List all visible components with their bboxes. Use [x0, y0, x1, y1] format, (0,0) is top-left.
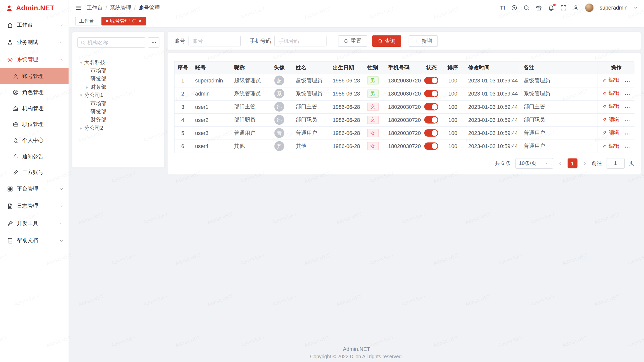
tree-node[interactable]: 研发部: [77, 75, 159, 83]
user-avatar[interactable]: [585, 3, 594, 12]
row-more-button[interactable]: [624, 105, 630, 111]
cell-nickname: 部门主管: [234, 103, 256, 109]
tree-node[interactable]: ▾分公司1: [77, 91, 159, 99]
reset-button[interactable]: 重置: [338, 35, 367, 47]
status-toggle[interactable]: [424, 129, 438, 137]
status-toggle[interactable]: [424, 77, 438, 84]
sidebar-item-third-party-account[interactable]: 三方账号: [0, 164, 69, 180]
notification-bell[interactable]: [548, 4, 554, 11]
edit-button[interactable]: 编辑: [602, 90, 619, 97]
edit-button[interactable]: 编辑: [602, 142, 619, 150]
app-logo[interactable]: Admin.NET: [0, 0, 69, 16]
sidebar-item-personal-center[interactable]: 个人中心: [0, 132, 69, 148]
status-toggle[interactable]: [424, 143, 438, 150]
tree-node[interactable]: ▸分公司2: [77, 124, 159, 132]
edit-icon: [602, 104, 607, 109]
tab-close-icon[interactable]: [138, 19, 142, 23]
row-more-button[interactable]: [624, 118, 630, 124]
cell-sort: 100: [448, 143, 457, 149]
tab-workbench[interactable]: 工作台: [75, 17, 98, 25]
fullscreen-icon[interactable]: [560, 4, 567, 11]
notification-badge: [553, 4, 556, 6]
user-icon[interactable]: [573, 4, 579, 11]
edit-button[interactable]: 编辑: [602, 129, 619, 136]
font-size-icon[interactable]: Tt: [500, 5, 505, 11]
cell-phone: 18020030720: [388, 130, 421, 136]
edit-button[interactable]: 编辑: [602, 103, 619, 110]
collapse-menu-icon[interactable]: [75, 4, 82, 11]
row-more-button[interactable]: [624, 131, 630, 137]
sidebar-item-business-test[interactable]: 业务测试: [0, 34, 69, 51]
bell-icon: [13, 153, 19, 159]
tree-node[interactable]: 市场部: [77, 66, 159, 75]
chevron-down-icon: [545, 161, 549, 166]
status-toggle[interactable]: [424, 90, 438, 97]
next-page-button[interactable]: [582, 161, 587, 166]
cell-name: 超级管理员: [296, 77, 323, 83]
column-header: 修改时间: [464, 62, 519, 74]
edit-button[interactable]: 编辑: [602, 116, 619, 123]
row-more-button[interactable]: [624, 144, 630, 150]
tree-node[interactable]: 财务部: [77, 116, 159, 124]
sidebar-item-account-mgmt[interactable]: 账号管理: [0, 68, 69, 84]
cell-remark: 部门主管: [524, 103, 545, 109]
add-button[interactable]: 新增: [409, 35, 438, 47]
breadcrumb-item[interactable]: 系统管理: [110, 4, 131, 11]
tree-node[interactable]: 研发部: [77, 108, 159, 116]
sidebar-item-system-mgmt[interactable]: 系统管理: [0, 51, 69, 68]
tab-account-mgmt[interactable]: 账号管理: [101, 17, 146, 25]
row-avatar: 部: [274, 115, 284, 125]
sidebar-item-org-mgmt[interactable]: 机构管理: [0, 100, 69, 116]
sidebar-item-label: 职位管理: [22, 120, 44, 128]
query-button[interactable]: 查询: [372, 35, 401, 47]
sidebar-item-notice[interactable]: 通知公告: [0, 148, 69, 164]
tree-more-button[interactable]: [148, 37, 159, 48]
org-search-box: [77, 37, 145, 48]
tab-label: 账号管理: [110, 17, 130, 24]
sidebar-item-role-mgmt[interactable]: 角色管理: [0, 84, 69, 100]
phone-label: 手机号码: [250, 37, 271, 44]
sidebar-item-help-docs[interactable]: 帮助文档: [0, 232, 69, 249]
sidebar-item-workbench[interactable]: 工作台: [0, 16, 69, 34]
more-icon: [151, 40, 156, 45]
breadcrumb-item[interactable]: 工作台: [87, 4, 103, 11]
tree-node[interactable]: 市场部: [77, 99, 159, 108]
tree-caret-icon[interactable]: ▾: [78, 93, 84, 98]
tree-caret-icon[interactable]: ▸: [78, 125, 84, 131]
row-avatar: 系: [274, 89, 284, 99]
status-toggle[interactable]: [424, 116, 438, 123]
main-area: 工作台/系统管理/账号管理 Tt superadmin: [69, 0, 644, 362]
tree-caret-icon[interactable]: ▸: [84, 84, 90, 90]
active-tab-dot: [106, 20, 108, 22]
tree-node[interactable]: ▸财务部: [77, 83, 159, 91]
cell-account: superadmin: [195, 77, 223, 83]
page-size-select[interactable]: 10条/页: [515, 158, 553, 169]
table-row: 3user1部门主管部部门主管1986-06-28女18020030720100…: [175, 100, 635, 113]
status-toggle[interactable]: [424, 103, 438, 110]
row-more-button[interactable]: [624, 78, 630, 84]
sidebar-item-log-mgmt[interactable]: 日志管理: [0, 197, 69, 215]
search-icon[interactable]: [523, 4, 530, 11]
breadcrumb-item[interactable]: 账号管理: [139, 4, 160, 11]
gift-icon[interactable]: [536, 4, 542, 11]
record-icon[interactable]: [511, 4, 517, 11]
tab-refresh-icon[interactable]: [132, 19, 136, 23]
goto-page-input[interactable]: [607, 158, 625, 169]
gender-badge: 女: [367, 116, 379, 124]
org-search-input[interactable]: [88, 40, 142, 46]
page-number-active[interactable]: 1: [568, 158, 577, 168]
tree-caret-icon[interactable]: ▾: [78, 60, 84, 65]
phone-input[interactable]: [274, 35, 327, 46]
account-input[interactable]: [188, 35, 240, 46]
sidebar-item-platform-mgmt[interactable]: 平台管理: [0, 180, 69, 198]
username[interactable]: superadmin: [600, 5, 628, 11]
tree-node[interactable]: ▾大名科技: [77, 58, 159, 67]
sidebar-item-position-mgmt[interactable]: 职位管理: [0, 116, 69, 132]
chevron-down-icon: [59, 204, 64, 208]
edit-button[interactable]: 编辑: [602, 76, 619, 84]
prev-page-button[interactable]: [557, 161, 563, 166]
accounts-table: 序号账号昵称头像姓名出生日期性别手机号码状态排序修改时间备注操作 1supera…: [175, 62, 635, 153]
sidebar-item-dev-tools[interactable]: 开发工具: [0, 215, 69, 232]
user-chevron-down-icon[interactable]: [633, 5, 638, 10]
row-more-button[interactable]: [624, 91, 630, 97]
